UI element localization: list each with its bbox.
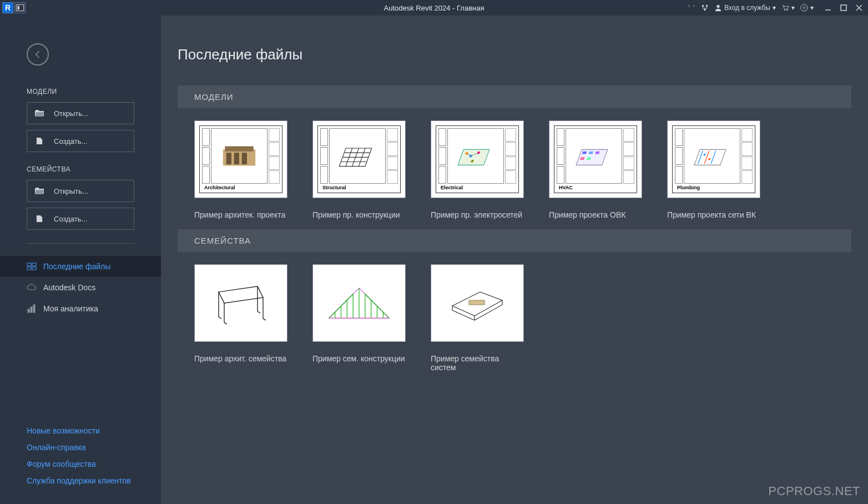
svg-rect-19 [31, 307, 32, 313]
folder-open-icon [35, 110, 44, 117]
create-family-button[interactable]: Создать... [27, 208, 134, 230]
section-header-models: МОДЕЛИ [178, 85, 851, 108]
card-label: Пример пр. конструкции [312, 210, 406, 219]
svg-point-7 [787, 10, 788, 11]
svg-point-3 [706, 5, 708, 7]
link-community-forum[interactable]: Форум сообщества [27, 460, 161, 468]
svg-rect-24 [234, 153, 239, 164]
card-label: Пример архитек. проекта [194, 210, 287, 219]
thumbnail: Structural [312, 120, 406, 198]
open-family-button[interactable]: Открыть... [27, 180, 134, 202]
svg-rect-17 [32, 267, 36, 270]
model-card[interactable]: HVAC Пример проекта ОВК [549, 120, 642, 219]
family-card[interactable]: Пример семейства систем [431, 264, 524, 372]
svg-rect-0 [16, 4, 24, 11]
chevron-down-icon: ▾ [810, 4, 814, 12]
thumbnail [194, 264, 287, 342]
svg-rect-11 [841, 5, 846, 11]
svg-rect-25 [242, 153, 247, 164]
family-card[interactable]: Пример сем. конструкции [312, 264, 406, 372]
card-label: Пример семейства систем [431, 354, 524, 372]
chart-icon [27, 304, 37, 314]
svg-line-56 [219, 317, 221, 319]
card-label: Пример проекта ОВК [549, 210, 642, 219]
svg-text:?: ? [803, 6, 806, 11]
section-header-families: СЕМЕЙСТВА [178, 229, 851, 252]
svg-line-57 [224, 322, 227, 324]
svg-rect-22 [225, 147, 253, 152]
svg-rect-14 [27, 263, 31, 266]
content-area: Последние файлы МОДЕЛИ Architectural При… [161, 16, 868, 504]
model-card[interactable]: Structural Пример пр. конструкции [312, 120, 406, 219]
chevron-down-icon: ▾ [773, 4, 776, 12]
families-heading: СЕМЕЙСТВА [27, 165, 161, 173]
signin-button[interactable]: Вход в службы ▾ [714, 4, 776, 12]
nav-my-analytics[interactable]: Моя аналитика [0, 298, 161, 319]
thumbnail [431, 264, 524, 342]
nav-recent-label: Последние файлы [43, 262, 110, 271]
card-label: Пример проекта сети ВК [667, 210, 760, 219]
nav-analytics-label: Моя аналитика [43, 304, 98, 313]
maximize-button[interactable] [839, 3, 848, 12]
titlebar: R Autodesk Revit 2024 - Главная Вход в с… [0, 0, 868, 16]
thumbnail: Architectural [194, 120, 287, 198]
svg-rect-71 [469, 300, 485, 305]
svg-rect-23 [226, 153, 231, 164]
models-row: Architectural Пример архитек. проекта St… [178, 120, 851, 219]
app-icon[interactable]: R [2, 2, 13, 13]
document-icon [35, 215, 44, 222]
svg-rect-15 [32, 263, 36, 266]
back-button[interactable] [27, 43, 49, 65]
minimize-button[interactable] [824, 3, 832, 12]
worksharing-icon[interactable] [701, 4, 709, 12]
card-label: Пример пр. электросетей [431, 210, 524, 219]
models-heading: МОДЕЛИ [27, 88, 161, 95]
window-title: Autodesk Revit 2024 - Главная [384, 4, 485, 12]
svg-line-59 [263, 319, 266, 320]
thumbnail: Electrical [431, 120, 524, 198]
svg-rect-46 [694, 149, 726, 165]
svg-point-2 [702, 5, 704, 7]
svg-rect-33 [458, 149, 489, 165]
create-family-label: Создать... [54, 215, 87, 223]
thumbnail: Plumbing [667, 120, 760, 198]
model-card[interactable]: Plumbing Пример проекта сети ВК [667, 120, 760, 219]
signin-label: Вход в службы [724, 4, 770, 12]
link-online-help[interactable]: Онлайн-справка [27, 443, 161, 452]
svg-rect-18 [28, 309, 29, 313]
open-model-button[interactable]: Открыть... [27, 102, 134, 124]
cart-icon[interactable]: ▾ [781, 4, 795, 12]
svg-rect-20 [33, 305, 35, 313]
divider [27, 243, 134, 244]
link-support[interactable]: Служба поддержки клиентов [27, 476, 161, 485]
open-family-label: Открыть... [54, 187, 88, 195]
link-whats-new[interactable]: Новые возможности [27, 426, 161, 435]
document-icon [35, 138, 44, 144]
svg-point-5 [716, 5, 719, 8]
svg-rect-1 [18, 6, 19, 10]
model-card[interactable]: Architectural Пример архитек. проекта [194, 120, 287, 219]
card-label: Пример архит. семейства [194, 354, 287, 363]
nav-autodesk-docs[interactable]: Autodesk Docs [0, 277, 161, 298]
sidebar: МОДЕЛИ Открыть... Создать... СЕМЕЙСТВА О… [0, 16, 161, 504]
recent-files-icon [27, 261, 37, 271]
folder-open-icon [35, 188, 44, 194]
family-card[interactable]: Пример архит. семейства [194, 264, 287, 372]
create-model-label: Создать... [54, 137, 87, 145]
cloud-icon [27, 283, 37, 293]
thumbnail: HVAC [549, 120, 642, 198]
nav-arrows-icon[interactable] [688, 4, 695, 12]
nav-docs-label: Autodesk Docs [43, 283, 95, 292]
create-model-button[interactable]: Создать... [27, 130, 134, 152]
help-icon[interactable]: ? ▾ [800, 4, 814, 12]
close-button[interactable] [855, 3, 864, 12]
home-toggle-icon[interactable] [14, 2, 26, 13]
svg-line-58 [258, 311, 260, 313]
thumbnail [312, 264, 406, 342]
chevron-down-icon: ▾ [791, 4, 795, 12]
bottom-links: Новые возможности Онлайн-справка Форум с… [0, 426, 161, 493]
open-model-label: Открыть... [54, 109, 88, 118]
nav-recent-files[interactable]: Последние файлы [0, 256, 161, 277]
svg-point-6 [784, 10, 785, 11]
model-card[interactable]: Electrical Пример пр. электросетей [431, 120, 524, 219]
